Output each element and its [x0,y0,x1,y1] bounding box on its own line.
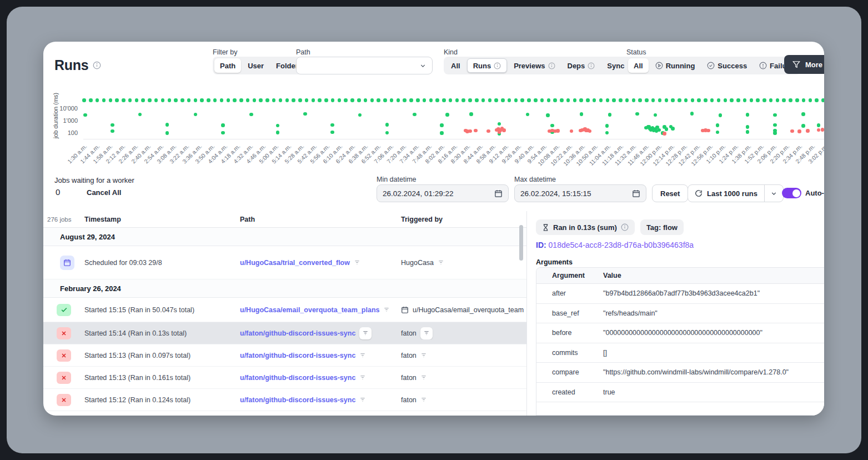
run-dot-success[interactable] [684,98,688,102]
run-dot-success[interactable] [83,113,87,117]
filter-by-option-path[interactable]: Path [214,58,241,73]
calendar-icon[interactable] [632,189,640,198]
run-dot-success[interactable] [312,98,315,102]
run-dot-success[interactable] [292,98,295,102]
run-dot-success[interactable] [111,129,114,133]
run-dot-success[interactable] [719,113,723,117]
run-dot-success[interactable] [769,98,773,102]
run-dot-success[interactable] [520,98,524,102]
run-dot-success[interactable] [553,98,557,102]
run-dot-success[interactable] [801,112,805,116]
run-dot-success[interactable] [324,98,328,102]
run-dot-success[interactable] [647,125,651,129]
run-dot-failure[interactable] [817,128,821,132]
run-dot-success[interactable] [383,98,387,102]
run-dot-success[interactable] [481,98,485,102]
run-dot-success[interactable] [227,98,230,102]
run-dot-success[interactable] [817,123,821,127]
job-path-link[interactable]: u/HugoCasa/email_overquota_team_plans [240,306,379,314]
run-dot-success[interactable] [409,98,413,102]
run-dot-success[interactable] [174,98,178,102]
run-dot-success[interactable] [773,113,777,117]
run-dot-success[interactable] [468,98,472,102]
run-dot-success[interactable] [746,130,750,134]
run-dot-success[interactable] [276,131,280,134]
run-dot-success[interactable] [180,98,184,102]
run-dot-success[interactable] [455,98,459,102]
run-dot-success[interactable] [102,98,106,102]
job-row[interactable]: Started 15:15 (Ran in 50.047s total)u/Hu… [43,298,526,322]
run-dot-success[interactable] [665,98,669,102]
filter-lines-icon[interactable] [383,307,390,313]
filter-by-option-user[interactable]: User [242,58,269,73]
run-dot-failure[interactable] [706,129,710,133]
run-dot-success[interactable] [385,123,389,127]
run-dot-success[interactable] [671,98,675,102]
run-dot-success[interactable] [773,123,777,127]
run-dot-success[interactable] [213,98,217,102]
run-dot-success[interactable] [89,98,93,102]
run-dot-success[interactable] [253,98,257,102]
run-dot-success[interactable] [546,113,550,117]
run-dot-success[interactable] [338,98,342,102]
run-dot-success[interactable] [801,124,805,128]
run-dot-success[interactable] [736,98,740,102]
more-filters-button[interactable]: More filters [784,55,824,74]
run-dot-success[interactable] [350,98,354,102]
run-dot-success[interactable] [534,98,538,102]
run-dot-success[interactable] [285,98,289,102]
run-dot-success[interactable] [773,131,777,135]
run-dot-success[interactable] [233,98,237,102]
run-dot-success[interactable] [276,124,280,128]
run-dot-success[interactable] [259,98,263,102]
run-dot-success[interactable] [272,98,276,102]
run-dot-success[interactable] [651,98,655,102]
runs-info-icon[interactable] [93,61,101,69]
run-dot-success[interactable] [187,98,191,102]
run-dot-success[interactable] [782,98,786,102]
filter-lines-icon[interactable] [420,397,427,403]
run-dot-success[interactable] [279,98,283,102]
run-dot-success[interactable] [580,112,584,116]
run-dot-success[interactable] [357,98,361,102]
run-dot-success[interactable] [605,131,609,135]
run-dot-success[interactable] [746,113,750,117]
run-dot-success[interactable] [690,112,694,116]
run-dot-success[interactable] [330,123,334,127]
run-dot-success[interactable] [665,127,669,131]
run-dot-success[interactable] [716,131,720,134]
run-dot-failure[interactable] [468,129,472,133]
kind-option-all[interactable]: All [445,58,466,73]
run-dot-failure[interactable] [570,129,574,133]
job-path-link[interactable]: u/faton/github-discord-issues-sync [240,352,355,359]
run-dot-success[interactable] [138,113,142,117]
run-dot-success[interactable] [608,113,612,117]
run-dot-success[interactable] [122,98,126,102]
run-dot-success[interactable] [239,98,243,102]
run-dot-success[interactable] [135,98,139,102]
run-dot-success[interactable] [298,98,302,102]
min-datetime-input[interactable]: 26.02.2024, 01:29:22 [377,184,509,202]
run-dot-success[interactable] [111,123,114,127]
auto-refresh-toggle[interactable] [782,188,801,198]
run-dot-success[interactable] [605,124,609,128]
run-dot-success[interactable] [442,98,446,102]
run-dot-success[interactable] [494,98,498,102]
run-dot-success[interactable] [194,98,198,102]
filter-lines-icon[interactable] [359,352,366,358]
run-dot-success[interactable] [743,98,747,102]
jobs-table-scrollbar[interactable] [519,225,523,261]
run-dot-success[interactable] [560,98,564,102]
run-dot-success[interactable] [265,98,269,102]
run-dot-failure[interactable] [797,129,801,133]
run-dot-failure[interactable] [806,129,810,133]
run-dot-success[interactable] [165,123,169,127]
run-dot-success[interactable] [586,98,590,102]
run-dot-success[interactable] [697,98,701,102]
run-dot-success[interactable] [762,98,766,102]
run-dot-success[interactable] [449,98,453,102]
run-dot-success[interactable] [654,113,658,117]
run-dot-success[interactable] [390,98,394,102]
run-dot-success[interactable] [776,98,780,102]
job-path-link[interactable]: u/HugoCasa/trial_converted_flow [240,259,350,267]
